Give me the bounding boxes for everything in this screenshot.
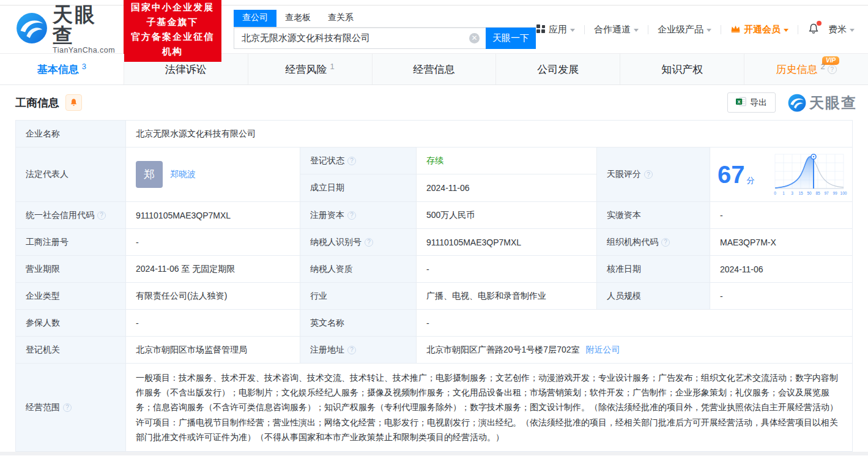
watermark-label: 天眼查: [809, 93, 857, 113]
field-label-business-scope: 经营范围?: [16, 364, 126, 452]
field-value-establish-date: 2024-11-06: [417, 174, 597, 202]
search-tab-company[interactable]: 查公司: [234, 10, 276, 27]
legal-rep-link[interactable]: 郑晓波: [170, 169, 196, 180]
search-tab-relation[interactable]: 查关系: [328, 10, 354, 27]
field-value-english-name: -: [417, 310, 853, 337]
chevron-down-icon: [784, 29, 788, 32]
export-label: 导出: [750, 97, 767, 108]
tab-count: 3: [82, 62, 86, 71]
tab-count: 2: [820, 62, 825, 71]
tab-operating-risk[interactable]: 经营风险 1: [248, 54, 373, 84]
apps-grid-icon: [536, 24, 546, 36]
export-button[interactable]: X 导出: [727, 92, 776, 113]
svg-text:3: 3: [791, 191, 793, 195]
tab-label: 经营信息: [414, 62, 455, 77]
tianyancha-logo-icon: [788, 94, 806, 112]
help-icon[interactable]: ?: [828, 65, 837, 74]
nearby-companies-link[interactable]: 附近公司: [586, 345, 620, 356]
divider: [584, 25, 585, 34]
field-label-credit-code: 统一社会信用代码?: [16, 202, 126, 229]
field-label-insured: 参保人数: [16, 310, 126, 337]
tab-basic-info[interactable]: 基本信息 3: [0, 54, 124, 84]
field-label-legal-rep: 法定代表人: [16, 148, 126, 202]
business-info-section-header: 工商信息 X 导出: [0, 85, 868, 120]
nav-enterprise-products[interactable]: 企业级产品: [658, 24, 711, 36]
top-nav: 应用 合作通道 企业级产品 开通会员: [536, 23, 855, 37]
tab-count: 1: [330, 62, 335, 71]
field-value-taxpayer-id: 91110105MAE3QP7MXL: [417, 229, 597, 256]
field-label-staff-size: 人员规模: [597, 283, 710, 310]
search-area: 查公司 查老板 查关系 ✕ 天眼一下: [234, 10, 536, 49]
divider: [798, 25, 798, 34]
tab-history-info[interactable]: VIP 历史信息 2 ?: [744, 54, 868, 84]
help-icon[interactable]: ?: [63, 403, 72, 412]
nav-apps[interactable]: 应用: [536, 24, 575, 36]
nav-enterprise-label: 企业级产品: [658, 24, 703, 36]
field-value-business-scope: 一般项目：技术服务、技术开发、技术咨询、技术交流、技术转让、技术推广；电影摄制服…: [126, 364, 853, 452]
field-label-industry: 行业: [300, 283, 417, 310]
search-input[interactable]: [234, 28, 486, 49]
field-label-company-type: 企业类型: [16, 283, 126, 310]
notification-dot: [817, 21, 822, 26]
tab-intellectual-property[interactable]: 知识产权: [620, 54, 744, 84]
crown-icon: [730, 24, 741, 35]
avatar[interactable]: 郑: [136, 161, 163, 188]
field-value-insured: -: [126, 310, 300, 337]
divider: [648, 25, 648, 34]
chevron-down-icon: [707, 29, 711, 32]
tab-label: 基本信息: [37, 62, 79, 77]
help-icon[interactable]: ?: [347, 157, 356, 165]
clear-icon[interactable]: ✕: [469, 33, 480, 43]
tab-company-development[interactable]: 公司发展: [496, 54, 620, 84]
svg-text:50: 50: [807, 191, 812, 195]
section-title: 工商信息: [15, 95, 59, 110]
chevron-down-icon: [850, 29, 855, 32]
field-value-reg-number: -: [126, 229, 300, 256]
nav-user-menu[interactable]: 费米: [828, 24, 855, 36]
svg-text:X: X: [738, 99, 741, 105]
search-tab-boss[interactable]: 查老板: [285, 10, 311, 27]
search-tabs: 查公司 查老板 查关系: [234, 10, 536, 28]
help-icon[interactable]: ?: [97, 211, 106, 220]
help-icon[interactable]: ?: [644, 170, 653, 179]
help-icon[interactable]: ?: [365, 238, 373, 247]
search-button[interactable]: 天眼一下: [486, 28, 536, 49]
business-registration-table: 企业名称 北京无限水源文化科技有限公司 法定代表人 郑 郑晓波 登记状态? 存续…: [15, 120, 853, 452]
svg-text:0: 0: [774, 191, 776, 195]
badge-line1: 国家中小企业发展子基金旗下: [130, 0, 215, 29]
tab-operating-info[interactable]: 经营信息: [373, 54, 497, 84]
subscribe-bell-button[interactable]: [65, 94, 82, 111]
tianyancha-logo[interactable]: 天眼查 TianYanCha.com: [16, 4, 115, 54]
field-label-english-name: 英文名称: [300, 310, 417, 337]
field-value-paid-capital: -: [710, 202, 853, 229]
svg-text:97: 97: [824, 191, 829, 195]
svg-text:99: 99: [833, 191, 837, 195]
field-value-reg-capital: 500万人民币: [417, 202, 597, 229]
tianyan-score[interactable]: 67分: [710, 148, 853, 202]
site-header: 天眼查 TianYanCha.com 国家中小企业发展子基金旗下 官方备案企业征…: [0, 6, 868, 53]
page-bottom-strip: [0, 452, 868, 455]
nav-partner-label: 合作通道: [594, 24, 631, 36]
nav-open-vip[interactable]: 开通会员: [730, 24, 788, 36]
field-value-reg-authority: 北京市朝阳区市场监督管理局: [126, 337, 300, 364]
help-icon[interactable]: ?: [347, 346, 356, 354]
field-value-reg-status: 存续: [417, 148, 597, 174]
field-value-taxpayer-quality: -: [417, 256, 597, 283]
field-value-company-name: 北京无限水源文化科技有限公司: [126, 121, 853, 148]
field-label-taxpayer-id: 纳税人识别号?: [300, 229, 417, 256]
logo-domain: TianYanCha.com: [53, 46, 115, 54]
score-distribution-chart: 0 1 3 15 50 85 97 99 100: [771, 149, 847, 200]
field-label-reg-authority: 登记机关: [16, 337, 126, 364]
field-value-company-type: 有限责任公司(法人独资): [126, 283, 300, 310]
excel-icon: X: [736, 97, 746, 108]
help-icon[interactable]: ?: [661, 238, 670, 247]
logo-title: 天眼查: [53, 4, 115, 46]
tab-legal-proceedings[interactable]: 法律诉讼: [124, 54, 248, 84]
tab-label: 法律诉讼: [165, 62, 207, 77]
nav-partner-channel[interactable]: 合作通道: [594, 24, 639, 36]
divider: [721, 25, 721, 34]
field-value-approval-date: 2024-11-06: [710, 256, 853, 283]
chevron-down-icon: [634, 29, 639, 32]
help-icon[interactable]: ?: [347, 211, 356, 220]
notification-bell[interactable]: [807, 23, 820, 37]
